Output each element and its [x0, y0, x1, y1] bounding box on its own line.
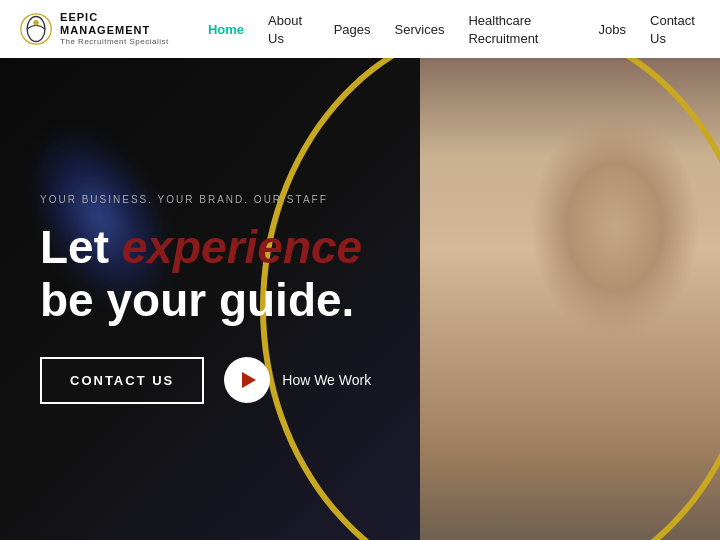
nav-home-link[interactable]: Home	[208, 22, 244, 37]
logo-icon	[20, 11, 52, 47]
logo-title: EEPIC MANAGEMENT	[60, 11, 178, 37]
logo: EEPIC MANAGEMENT The Recruitment Special…	[20, 11, 178, 47]
nav-jobs[interactable]: Jobs	[599, 20, 626, 38]
play-button[interactable]	[224, 357, 270, 403]
nav-about[interactable]: About Us	[268, 11, 310, 47]
nav-pages-link[interactable]: Pages	[334, 22, 371, 37]
nav-healthcare-link[interactable]: Healthcare Recruitment	[468, 13, 538, 46]
nav-about-link[interactable]: About Us	[268, 13, 302, 46]
play-icon	[242, 372, 256, 388]
hero-section: YOUR BUSINESS. YOUR BRAND. OUR STAFF Let…	[0, 58, 720, 540]
hero-headline: Let experience be your guide.	[40, 221, 380, 327]
contact-us-button[interactable]: CONTACT US	[40, 357, 204, 404]
hero-content: YOUR BUSINESS. YOUR BRAND. OUR STAFF Let…	[0, 58, 420, 540]
headline-part2: be your guide.	[40, 274, 354, 326]
nav-healthcare[interactable]: Healthcare Recruitment	[468, 11, 574, 47]
cta-row: CONTACT US How We Work	[40, 357, 380, 404]
logo-subtitle: The Recruitment Specialist	[60, 37, 178, 47]
nav-contact-link[interactable]: Contact Us	[650, 13, 695, 46]
headline-highlight: experience	[122, 221, 362, 273]
nav-jobs-link[interactable]: Jobs	[599, 22, 626, 37]
headline-part1: Let	[40, 221, 122, 273]
logo-text: EEPIC MANAGEMENT The Recruitment Special…	[60, 11, 178, 47]
how-we-work-label: How We Work	[282, 372, 371, 388]
nav-services[interactable]: Services	[395, 20, 445, 38]
svg-point-2	[33, 20, 38, 25]
nav-home[interactable]: Home	[208, 20, 244, 38]
nav-services-link[interactable]: Services	[395, 22, 445, 37]
how-we-work-area[interactable]: How We Work	[224, 357, 371, 403]
hero-tagline: YOUR BUSINESS. YOUR BRAND. OUR STAFF	[40, 194, 380, 205]
svg-point-0	[21, 14, 51, 44]
nav-links: Home About Us Pages Services Healthcare …	[208, 11, 700, 47]
nav-pages[interactable]: Pages	[334, 20, 371, 38]
nav-contact[interactable]: Contact Us	[650, 11, 700, 47]
navbar: EEPIC MANAGEMENT The Recruitment Special…	[0, 0, 720, 58]
